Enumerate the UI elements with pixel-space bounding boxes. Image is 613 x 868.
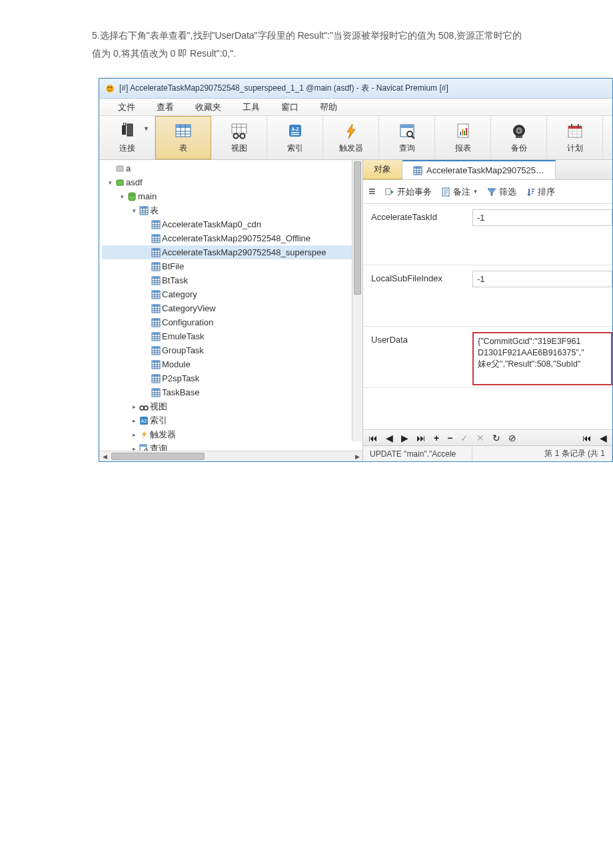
svg-point-0 bbox=[106, 85, 114, 93]
svg-rect-13 bbox=[232, 124, 247, 133]
hscroll-left-icon[interactable]: ◀ bbox=[99, 453, 110, 460]
menu-view[interactable]: 查看 bbox=[146, 101, 185, 113]
tool-query[interactable]: 查询 bbox=[379, 116, 435, 159]
tree-hscroll-thumb[interactable] bbox=[111, 453, 205, 460]
tree-arrow-icon: ▾ bbox=[106, 179, 114, 186]
nav-delete-icon[interactable]: − bbox=[446, 433, 454, 443]
svg-rect-110 bbox=[152, 347, 160, 349]
tree-item[interactable]: ▾表 bbox=[102, 203, 362, 217]
menu-toggle-icon[interactable]: ≡ bbox=[368, 185, 376, 199]
nav-first2-icon[interactable]: ⏮ bbox=[581, 433, 593, 443]
menu-tools[interactable]: 工具 bbox=[232, 101, 271, 113]
tree-item[interactable]: P2spTask bbox=[102, 371, 362, 385]
svg-rect-148 bbox=[386, 189, 390, 195]
caret-down-icon: ▼ bbox=[143, 125, 149, 132]
sort-button[interactable]: 排序 bbox=[526, 186, 555, 198]
nav-first-icon[interactable]: ⏮ bbox=[367, 433, 379, 443]
tree-item[interactable]: BtTask bbox=[102, 273, 362, 287]
tree-item[interactable]: a bbox=[102, 161, 362, 175]
tool-trigger[interactable]: 触发器 bbox=[323, 116, 379, 159]
svg-rect-80 bbox=[152, 277, 160, 279]
tree-item[interactable]: CategoryView bbox=[102, 301, 362, 315]
tree-item[interactable]: ▸触发器 bbox=[102, 427, 362, 441]
content-pane: 对象 AccelerateTaskMap2907525… ≡ 开始事务 bbox=[363, 160, 612, 461]
tool-backup[interactable]: 备份 bbox=[491, 116, 547, 159]
tree-arrow-icon: ▾ bbox=[130, 207, 138, 214]
nav-cancel-icon[interactable]: ✕ bbox=[475, 433, 486, 443]
sort-icon bbox=[526, 187, 535, 197]
tree-item[interactable]: GroupTask bbox=[102, 343, 362, 357]
tree-vscroll-thumb[interactable] bbox=[354, 161, 361, 295]
menu-favorites[interactable]: 收藏夹 bbox=[185, 101, 232, 113]
nav-commit-icon[interactable]: ✓ bbox=[459, 433, 470, 443]
svg-rect-38 bbox=[568, 126, 582, 129]
svg-rect-62 bbox=[152, 235, 160, 237]
tool-view[interactable]: 视图 bbox=[211, 116, 267, 159]
tool-plug[interactable]: 连接▼ bbox=[99, 116, 155, 159]
nav-add-icon[interactable]: + bbox=[432, 433, 440, 443]
trigger2-icon bbox=[138, 430, 150, 439]
tree-item[interactable]: ▸查询 bbox=[102, 441, 362, 451]
hscroll-right-icon[interactable]: ▶ bbox=[352, 453, 362, 460]
tree-item[interactable]: TaskBase bbox=[102, 385, 362, 399]
svg-point-134 bbox=[144, 406, 148, 410]
tree-item[interactable]: EmuleTask bbox=[102, 329, 362, 343]
tree-item[interactable]: ▸视图 bbox=[102, 399, 362, 413]
note-button[interactable]: 备注 ▼ bbox=[441, 186, 478, 198]
nav-prev-icon[interactable]: ◀ bbox=[384, 433, 394, 443]
app-window: [#] AccelerateTaskMap290752548_superspee… bbox=[99, 78, 613, 462]
nav-next-icon[interactable]: ▶ bbox=[400, 433, 410, 443]
tree-arrow-icon: ▾ bbox=[118, 193, 126, 200]
tree-item[interactable]: Configuration bbox=[102, 315, 362, 329]
tree-item[interactable]: Module bbox=[102, 357, 362, 371]
nav-prev2-icon[interactable]: ◀ bbox=[598, 433, 608, 443]
tool-report[interactable]: 报表 bbox=[435, 116, 491, 159]
filter-button[interactable]: 筛选 bbox=[487, 186, 516, 198]
status-sql: UPDATE "main"."Accele bbox=[363, 446, 472, 461]
tree-hscroll[interactable]: ◀ ▶ bbox=[99, 451, 362, 461]
svg-rect-30 bbox=[462, 129, 463, 135]
query2-icon bbox=[138, 444, 150, 451]
field-value[interactable]: -1 bbox=[472, 209, 612, 226]
index-icon: A-Z bbox=[286, 121, 305, 141]
tree-item[interactable]: AccelerateTaskMap290752548_superspee bbox=[102, 245, 362, 259]
tree-item[interactable]: BtFile bbox=[102, 259, 362, 273]
field-label: AccelerateTaskId bbox=[363, 204, 472, 265]
tree-item[interactable]: ▸AZ索引 bbox=[102, 413, 362, 427]
svg-rect-23 bbox=[291, 134, 299, 135]
view-icon bbox=[230, 121, 249, 141]
tool-table[interactable]: 表 bbox=[155, 116, 211, 159]
start-transaction-button[interactable]: 开始事务 bbox=[385, 186, 432, 198]
field-value[interactable]: -1 bbox=[472, 271, 612, 287]
nav-refresh-icon[interactable]: ↻ bbox=[491, 433, 502, 443]
nav-last-icon[interactable]: ⏭ bbox=[415, 433, 427, 443]
field-value[interactable]: {"CommitGcid":"319E3F961 D1301F921AAE6B9… bbox=[472, 332, 612, 385]
svg-rect-5 bbox=[123, 123, 125, 126]
tree-item[interactable]: AccelerateTaskMap290752548_Offline bbox=[102, 231, 362, 245]
tab-objects[interactable]: 对象 bbox=[363, 160, 402, 179]
tool-schedule[interactable]: 计划 bbox=[547, 116, 603, 159]
tree-item[interactable]: ▾asdf bbox=[102, 175, 362, 189]
menu-file[interactable]: 文件 bbox=[107, 101, 146, 113]
nav-stop-icon[interactable]: ⊘ bbox=[507, 433, 518, 443]
report-icon bbox=[454, 121, 472, 141]
tree-item[interactable]: ▾main bbox=[102, 189, 362, 203]
menu-window[interactable]: 窗口 bbox=[271, 101, 309, 113]
menu-help[interactable]: 帮助 bbox=[309, 101, 348, 113]
tree-vscroll[interactable] bbox=[352, 160, 362, 441]
tab-table-editor[interactable]: AccelerateTaskMap2907525… bbox=[402, 160, 556, 179]
index2-icon: AZ bbox=[138, 416, 150, 425]
tbl-icon bbox=[150, 220, 162, 229]
toolbar: 连接▼表视图A-Z索引触发器查询报表备份计划 bbox=[99, 116, 612, 160]
svg-rect-36 bbox=[516, 136, 522, 138]
backup-icon bbox=[510, 121, 528, 141]
tool-index[interactable]: A-Z索引 bbox=[267, 116, 323, 159]
svg-rect-46 bbox=[117, 180, 123, 185]
field-label: UserData bbox=[363, 327, 472, 387]
tree-item[interactable]: Category bbox=[102, 287, 362, 301]
app-icon bbox=[105, 83, 115, 94]
tree-item[interactable]: AccelerateTaskMap0_cdn bbox=[102, 217, 362, 231]
tree-arrow-icon: ▸ bbox=[130, 403, 138, 410]
tbl-icon bbox=[150, 388, 162, 397]
record-nav: ⏮ ◀ ▶ ⏭ + − ✓ ✕ ↻ ⊘ ⏮ ◀ bbox=[363, 429, 612, 445]
